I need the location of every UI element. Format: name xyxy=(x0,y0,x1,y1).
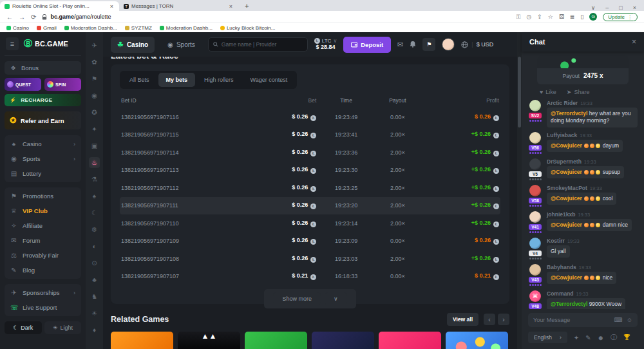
window-minimize-button[interactable]: – xyxy=(605,5,609,11)
table-row[interactable]: 138219056971907116 $ 0.26Ł 19:23:49 0.00… xyxy=(120,108,500,126)
avatar[interactable] xyxy=(529,158,541,170)
table-row[interactable]: 138219056971907112 $ 0.26Ł 19:23:25 2.00… xyxy=(120,179,500,197)
rail-icon[interactable]: ☀ xyxy=(89,308,100,319)
username[interactable]: Luffyisback xyxy=(547,132,577,138)
username[interactable]: SmokeyMacPot xyxy=(547,185,587,191)
spin-badge[interactable]: SPIN xyxy=(44,78,81,91)
sidebar-item-recharge[interactable]: ⚡RECHARGE xyxy=(5,94,81,106)
rail-icon[interactable]: ✦ xyxy=(89,124,100,135)
username[interactable]: DrSupermeth xyxy=(547,158,582,165)
header-tab-casino[interactable]: ☘Casino xyxy=(111,37,155,53)
chat-close-icon[interactable]: × xyxy=(632,37,636,46)
game-tile[interactable] xyxy=(312,332,374,349)
sidebar-item-promotions[interactable]: ⚑Promotions xyxy=(5,189,81,203)
notification-bell-icon[interactable] xyxy=(410,41,416,49)
rail-icon[interactable]: ☾ xyxy=(89,207,100,218)
media-list-icon[interactable]: ≣ xyxy=(570,14,575,20)
bookmark-star-icon[interactable]: ☆ xyxy=(548,14,553,20)
rail-icon[interactable]: ⊙ xyxy=(89,258,100,269)
table-row-highlighted[interactable]: 138219056971907111 $ 0.26Ł 19:23:20 2.00… xyxy=(120,197,500,215)
rail-icon[interactable]: ⚗ xyxy=(89,174,100,185)
quest-badge[interactable]: QUEST xyxy=(5,78,41,91)
mention[interactable]: @Terrordvctyl xyxy=(551,110,587,117)
username[interactable]: Arctic Rider xyxy=(547,100,578,106)
password-key-icon[interactable]: ⚿ xyxy=(516,14,521,21)
avatar[interactable] xyxy=(529,100,541,111)
rail-icon[interactable]: ✪ xyxy=(89,107,100,118)
avatar[interactable] xyxy=(529,264,541,276)
sidebar-item-vip-club[interactable]: ♕VIP Club xyxy=(5,203,81,218)
rail-icon[interactable]: ♠ xyxy=(89,191,100,202)
emoji-icon[interactable]: ☺ xyxy=(627,317,632,323)
username[interactable]: Command xyxy=(547,290,574,297)
game-search-input[interactable]: Game name | Provider xyxy=(208,37,308,52)
forward-button[interactable]: → xyxy=(19,14,25,21)
rail-icon[interactable]: ♣ xyxy=(89,274,100,285)
chat-language-selector[interactable]: English› xyxy=(528,332,567,343)
sidebar-item-lottery[interactable]: ▤Lottery xyxy=(5,166,81,181)
mention[interactable]: @Cowjuicer xyxy=(551,274,582,281)
mention[interactable]: @Terrordvctyl xyxy=(551,301,587,307)
bookmark-moderation-1[interactable]: Moderation Dashb... xyxy=(64,25,117,31)
like-button[interactable]: ♥Like xyxy=(540,89,556,95)
carousel-prev-button[interactable]: ‹ xyxy=(484,314,495,325)
avatar[interactable] xyxy=(529,132,541,144)
currency-selector[interactable]: | $ USD xyxy=(461,41,493,48)
mention[interactable]: @Cowjuicer xyxy=(551,169,582,175)
window-maximize-button[interactable]: □ xyxy=(619,5,622,11)
username[interactable]: Babyhands xyxy=(547,264,576,270)
tab-close-icon[interactable]: × xyxy=(109,3,115,10)
game-tile[interactable] xyxy=(446,332,508,349)
tip-rain-icon[interactable]: ✦ xyxy=(574,334,579,341)
keyboard-icon[interactable]: ⌨ xyxy=(614,317,623,323)
username[interactable]: johnie1kxb xyxy=(547,211,575,218)
table-row[interactable]: 138219056971907114 $ 0.26Ł 19:23:36 2.00… xyxy=(120,144,500,162)
table-row[interactable]: 138219056971907113 $ 0.26Ł 19:23:30 2.00… xyxy=(120,162,500,180)
sidebar-item-sports[interactable]: ◉Sports› xyxy=(5,151,81,166)
sidepanel-icon[interactable]: ▯ xyxy=(580,14,583,20)
chat-messages[interactable]: Payout2475 x ♥Like ➤Share SV2 Arctic Rid… xyxy=(522,52,644,309)
theme-dark-button[interactable]: ☾Dark xyxy=(5,321,42,334)
rail-icon[interactable]: ⚙ xyxy=(89,224,100,235)
browser-tab-roulette[interactable]: Roulette Online Slot - Play onlin... × xyxy=(0,1,119,11)
inbox-icon[interactable]: ✉ xyxy=(397,41,403,49)
table-row[interactable]: 138219056971907107 $ 0.21Ł 16:18:33 0.00… xyxy=(120,268,500,286)
sidebar-item-refer-and-earn[interactable]: ✪Refer and Earn xyxy=(5,111,81,129)
back-button[interactable]: ← xyxy=(6,14,13,21)
tab-wager-contest[interactable]: Wager contest xyxy=(243,73,296,87)
hamburger-menu-icon[interactable]: ≡ xyxy=(6,37,19,50)
flag-icon[interactable]: ⚑ xyxy=(422,38,435,51)
tab-high-rollers[interactable]: High rollers xyxy=(196,73,242,87)
user-avatar[interactable] xyxy=(442,38,455,51)
rail-icon[interactable]: ♦ xyxy=(89,325,100,335)
avatar[interactable] xyxy=(529,238,541,249)
sidebar-item-affiliate[interactable]: ✧Affiliate xyxy=(5,218,81,233)
avatar[interactable]: ⌘ xyxy=(529,290,541,302)
browser-tab-torn[interactable]: T Messages | TORN × xyxy=(119,1,238,11)
chrome-update-button[interactable]: Update⋮ xyxy=(603,13,638,21)
tab-all-bets[interactable]: All Bets xyxy=(122,73,157,87)
info-icon[interactable]: ⓘ xyxy=(611,333,617,342)
sidebar-item-provably-fair[interactable]: ⚖Provably Fair xyxy=(5,248,81,263)
sidebar-item-forum[interactable]: ✉Forum xyxy=(5,233,81,248)
tab-close-icon[interactable]: × xyxy=(228,3,234,10)
shared-bet-card[interactable]: Payout2475 x ♥Like ➤Share xyxy=(537,55,629,95)
rail-icon[interactable]: ✿ xyxy=(89,57,100,68)
rail-icon[interactable]: ◉ xyxy=(89,90,100,101)
scrollbar-thumb[interactable] xyxy=(518,57,521,127)
table-row[interactable]: 138219056971907115 $ 0.26Ł 19:23:41 2.00… xyxy=(120,126,500,144)
theme-light-button[interactable]: ☀Light xyxy=(44,321,82,334)
sidebar-item-live-support[interactable]: ☏Live Support xyxy=(5,300,81,315)
avatar[interactable] xyxy=(529,211,541,223)
address-bar[interactable]: bc.game/game/roulette xyxy=(42,14,510,20)
wallet-balance[interactable]: ŁLTC∨ $ 28.84 xyxy=(314,38,337,51)
share-icon[interactable]: ⇪ xyxy=(537,14,542,20)
window-close-button[interactable]: × xyxy=(633,5,636,11)
bookmark-moderation-2[interactable]: Moderation Dashb... xyxy=(160,25,213,31)
trophy-icon[interactable] xyxy=(623,334,630,342)
window-menu-icon[interactable]: ∨ xyxy=(591,5,596,11)
mention[interactable]: @Cowjuicer xyxy=(551,195,582,202)
game-tile[interactable] xyxy=(379,332,441,349)
bookmark-syztmz[interactable]: SYZTMZ xyxy=(125,25,152,31)
rail-icon[interactable]: ◐ xyxy=(89,241,100,252)
